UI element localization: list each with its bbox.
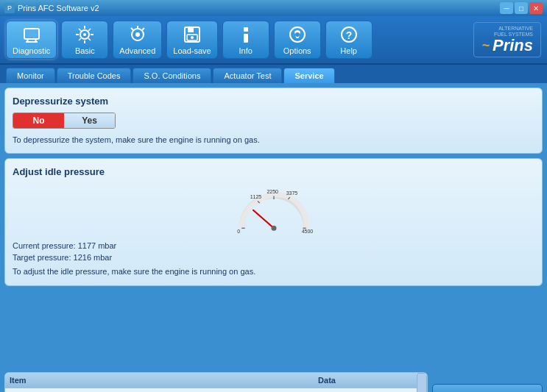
toolbar-basic[interactable]: Basic xyxy=(61,21,108,59)
logo-swoosh: ~ xyxy=(481,38,490,54)
depressurize-title: Depressurize system xyxy=(13,96,534,107)
idle-pressure-title: Adjust idle pressure xyxy=(13,166,534,177)
toolbar-help[interactable]: ? Help xyxy=(325,21,373,59)
current-pressure: Current pressure: 1177 mbar xyxy=(13,240,534,252)
toolbar: Diagnostic Basic xyxy=(0,16,547,65)
main-content: Depressurize system No Yes To depressuri… xyxy=(0,83,547,372)
bottom-section: Item Data Total Engine Run Time Petrol86… xyxy=(0,372,547,392)
tab-service[interactable]: Service xyxy=(283,68,334,83)
svg-rect-25 xyxy=(244,34,248,43)
options-icon xyxy=(287,24,308,45)
svg-line-19 xyxy=(131,28,133,30)
gauge-container: 0 1125 2250 3375 4500 xyxy=(13,183,534,235)
toggle-no[interactable]: No xyxy=(13,113,64,128)
svg-point-27 xyxy=(295,32,300,37)
svg-rect-4 xyxy=(27,31,37,37)
scrollbar[interactable] xyxy=(417,373,427,392)
svg-rect-24 xyxy=(244,27,248,32)
svg-text:?: ? xyxy=(345,29,352,41)
svg-line-13 xyxy=(79,29,81,31)
tab-bar: Monitor Trouble Codes S.O. Conditions Ac… xyxy=(0,65,547,83)
service-table: Item Data Total Engine Run Time Petrol86… xyxy=(5,373,417,392)
svg-line-14 xyxy=(88,38,91,40)
help-icon: ? xyxy=(339,24,359,45)
svg-point-16 xyxy=(135,32,140,37)
tab-so-conditions[interactable]: S.O. Conditions xyxy=(133,68,211,83)
svg-point-23 xyxy=(191,36,194,39)
svg-line-11 xyxy=(88,29,91,31)
svg-text:2250: 2250 xyxy=(267,189,278,194)
reset-service-button[interactable]: Reset Service Hours xyxy=(432,384,543,392)
app-icon: P xyxy=(4,3,15,13)
svg-text:1125: 1125 xyxy=(250,194,261,199)
depressurize-card: Depressurize system No Yes To depressuri… xyxy=(4,88,543,154)
load-save-icon xyxy=(182,24,202,45)
logo-brand: Prins xyxy=(493,38,533,54)
svg-line-12 xyxy=(79,38,81,40)
svg-text:3375: 3375 xyxy=(286,190,297,196)
idle-pressure-card: Adjust idle pressure 0 xyxy=(4,158,543,285)
toolbar-advanced[interactable]: Advanced xyxy=(113,21,162,59)
basic-icon xyxy=(74,24,95,45)
window-title: Prins AFC Software v2 xyxy=(18,4,99,13)
advanced-icon xyxy=(127,24,148,45)
target-pressure: Target pressure: 1216 mbar xyxy=(13,252,534,263)
toggle-yes[interactable]: Yes xyxy=(64,113,115,128)
svg-point-10 xyxy=(83,33,86,36)
tab-monitor[interactable]: Monitor xyxy=(6,68,55,83)
left-panel: Depressurize system No Yes To depressuri… xyxy=(4,88,543,368)
toolbar-options[interactable]: Options xyxy=(274,21,321,59)
tab-trouble-codes[interactable]: Trouble Codes xyxy=(57,68,132,83)
tab-actuator-test[interactable]: Actuator Test xyxy=(213,68,282,83)
prins-logo: ALTERNATIVEFUEL SYSTEMS ~ Prins xyxy=(473,22,541,58)
svg-line-18 xyxy=(142,28,144,30)
maximize-button[interactable]: □ xyxy=(515,2,528,14)
minimize-button[interactable]: ─ xyxy=(500,2,513,14)
info-icon xyxy=(236,24,256,45)
toolbar-load-save[interactable]: Load-save xyxy=(166,21,217,59)
pressure-gauge: 0 1125 2250 3375 4500 xyxy=(230,183,318,235)
close-button[interactable]: ✕ xyxy=(529,2,543,14)
col-item: Item xyxy=(5,373,314,388)
toolbar-diagnostic[interactable]: Diagnostic xyxy=(6,21,57,59)
depressurize-desc: To depressurize the system, make sure th… xyxy=(13,135,534,146)
svg-line-40 xyxy=(253,210,274,229)
col-data: Data xyxy=(314,373,417,388)
toolbar-info[interactable]: Info xyxy=(222,21,269,59)
title-bar: P Prins AFC Software v2 ─ □ ✕ xyxy=(0,0,547,16)
idle-pressure-desc: To adjust the idle pressure, make sure t… xyxy=(13,266,534,277)
table-row: Total Engine Run Time Petrol86,94 hr xyxy=(5,388,417,393)
service-table-inner: Item Data Total Engine Run Time Petrol86… xyxy=(5,373,417,392)
svg-text:4500: 4500 xyxy=(301,229,313,235)
window-controls: ─ □ ✕ xyxy=(500,2,543,14)
svg-text:0: 0 xyxy=(237,229,240,235)
depressurize-toggle[interactable]: No Yes xyxy=(13,113,116,129)
svg-rect-21 xyxy=(188,27,194,32)
diagnostic-icon xyxy=(21,24,42,45)
service-table-wrapper: Item Data Total Engine Run Time Petrol86… xyxy=(4,372,428,392)
action-buttons: Reset Service Hours Reset ValveCare Hour… xyxy=(432,372,543,392)
svg-point-41 xyxy=(271,226,276,231)
